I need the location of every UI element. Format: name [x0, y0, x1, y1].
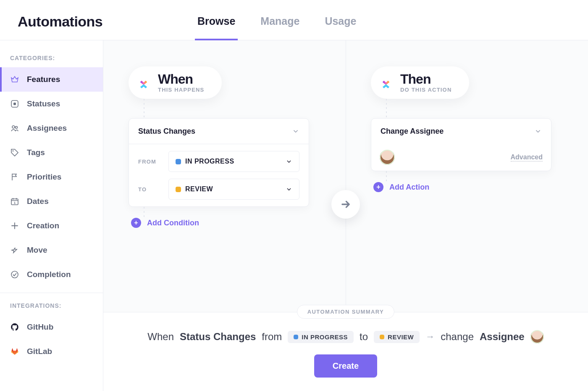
crown-icon	[10, 75, 19, 84]
sidebar-item-label: Tags	[27, 148, 45, 157]
summary-target: Assignee	[480, 331, 525, 343]
add-condition-label: Add Condition	[147, 219, 199, 227]
when-chip: When THIS HAPPENS	[129, 66, 222, 99]
sidebar-item-priorities[interactable]: Priorities	[0, 165, 103, 189]
sidebar-item-features[interactable]: Features	[0, 67, 103, 92]
sidebar: CATEGORIES: Features Statuses Assignees …	[0, 40, 103, 391]
sidebar-item-dates[interactable]: Dates	[0, 189, 103, 214]
sidebar-item-label: Assignees	[27, 124, 67, 133]
sidebar-item-github[interactable]: GitHub	[0, 315, 103, 339]
tab-manage[interactable]: Manage	[260, 15, 299, 40]
sidebar-item-completion[interactable]: Completion	[0, 262, 103, 287]
when-column: When THIS HAPPENS Status Changes FROM	[103, 40, 346, 312]
sidebar-item-label: Statuses	[27, 99, 60, 108]
then-column: Then DO THIS ACTION Change Assignee Adva…	[346, 40, 588, 312]
action-select[interactable]: Change Assignee	[371, 119, 551, 144]
assignee-avatar[interactable]	[380, 150, 395, 165]
people-icon	[10, 124, 19, 133]
tab-usage[interactable]: Usage	[325, 15, 356, 40]
arrow-right-icon: →	[425, 331, 435, 342]
trigger-label: Status Changes	[138, 127, 195, 136]
arrow-divider	[331, 190, 360, 219]
automation-summary: AUTOMATION SUMMARY When Status Changes f…	[103, 312, 588, 391]
sidebar-integrations-label: INTEGRATIONS:	[0, 299, 103, 315]
then-chip: Then DO THIS ACTION	[371, 66, 469, 99]
share-icon	[10, 246, 19, 255]
to-status-select[interactable]: REVIEW	[168, 179, 299, 200]
sidebar-item-label: Features	[27, 75, 60, 84]
sidebar-categories-label: CATEGORIES:	[0, 51, 103, 67]
status-icon	[10, 99, 19, 108]
logo-icon	[378, 75, 394, 90]
plus-circle-icon: +	[131, 218, 141, 228]
summary-line: When Status Changes from IN PROGRESS to …	[147, 330, 543, 343]
summary-pill: AUTOMATION SUMMARY	[297, 305, 394, 319]
status-color-dot	[176, 159, 181, 164]
sidebar-item-creation[interactable]: Creation	[0, 214, 103, 238]
to-label: TO	[138, 186, 162, 193]
tag-icon	[10, 148, 19, 157]
gitlab-icon	[10, 347, 19, 356]
automation-builder: When THIS HAPPENS Status Changes FROM	[103, 40, 588, 312]
tab-browse[interactable]: Browse	[197, 15, 235, 40]
add-action-label: Add Action	[389, 183, 429, 192]
trigger-card: Status Changes FROM IN PROGRESS TO	[129, 118, 309, 207]
add-action-button[interactable]: + Add Action	[373, 182, 429, 192]
then-subtitle: DO THIS ACTION	[400, 87, 452, 93]
summary-change-word: change	[441, 331, 474, 343]
when-subtitle: THIS HAPPENS	[158, 87, 204, 93]
from-status-value: IN PROGRESS	[185, 158, 234, 165]
logo-icon	[136, 75, 151, 90]
from-status-select[interactable]: IN PROGRESS	[168, 151, 299, 172]
sidebar-item-label: Dates	[27, 197, 49, 206]
summary-avatar	[530, 330, 544, 343]
status-color-dot	[176, 187, 181, 192]
chevron-down-icon	[286, 158, 292, 165]
sidebar-item-label: Creation	[27, 221, 59, 230]
create-button[interactable]: Create	[314, 354, 377, 378]
plus-circle-icon: +	[373, 182, 383, 192]
summary-when-word: When	[147, 331, 174, 343]
sidebar-item-gitlab[interactable]: GitLab	[0, 339, 103, 364]
sidebar-item-tags[interactable]: Tags	[0, 140, 103, 165]
action-card: Change Assignee Advanced	[371, 118, 551, 171]
summary-to-word: to	[360, 331, 368, 343]
then-title: Then	[400, 72, 452, 86]
chevron-down-icon	[534, 127, 542, 135]
chevron-down-icon	[292, 127, 299, 135]
check-icon	[10, 270, 19, 279]
chevron-down-icon	[286, 186, 292, 193]
action-label: Change Assignee	[381, 127, 444, 136]
divider	[0, 293, 103, 293]
sidebar-item-assignees[interactable]: Assignees	[0, 116, 103, 140]
sidebar-item-label: GitHub	[27, 322, 53, 332]
sidebar-item-label: Move	[27, 246, 47, 255]
sidebar-item-label: Completion	[27, 270, 71, 279]
sidebar-item-label: Priorities	[27, 172, 61, 182]
sidebar-item-statuses[interactable]: Statuses	[0, 92, 103, 116]
flag-icon	[10, 172, 19, 182]
github-icon	[10, 322, 19, 332]
summary-trigger: Status Changes	[180, 331, 256, 343]
to-status-value: REVIEW	[185, 185, 213, 193]
plus-icon	[10, 221, 19, 230]
when-title: When	[158, 72, 204, 86]
from-label: FROM	[138, 159, 162, 165]
sidebar-item-move[interactable]: Move	[0, 238, 103, 262]
header: Automations Browse Manage Usage	[0, 0, 588, 40]
trigger-select[interactable]: Status Changes	[129, 119, 309, 144]
tabs: Browse Manage Usage	[197, 15, 356, 40]
add-condition-button[interactable]: + Add Condition	[131, 218, 199, 228]
summary-from-word: from	[262, 331, 282, 343]
summary-from-badge: IN PROGRESS	[288, 331, 354, 343]
summary-to-badge: REVIEW	[374, 331, 420, 343]
page-title: Automations	[0, 13, 197, 40]
main: When THIS HAPPENS Status Changes FROM	[103, 40, 588, 391]
advanced-link[interactable]: Advanced	[511, 153, 543, 161]
sidebar-item-label: GitLab	[27, 347, 52, 356]
calendar-icon	[10, 197, 19, 206]
